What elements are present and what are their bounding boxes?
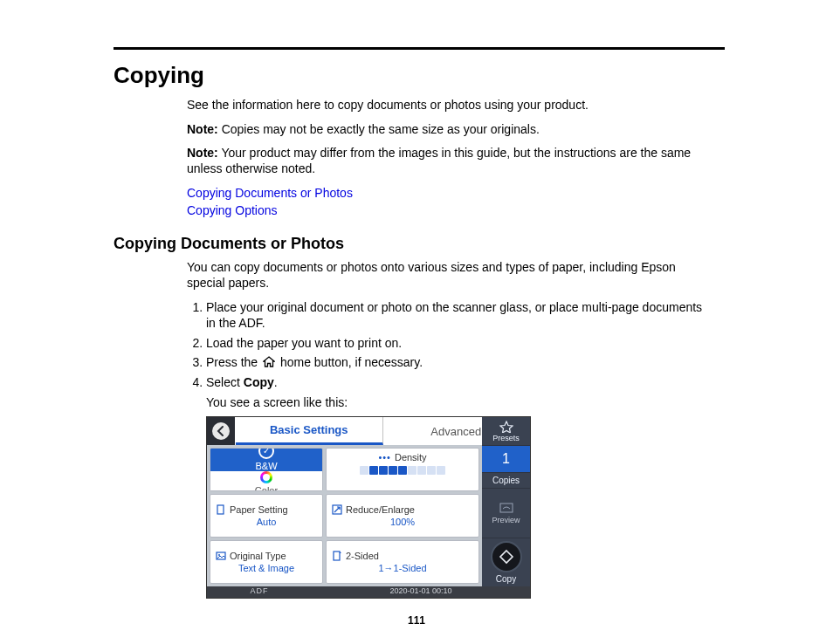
density-dots-icon: ••• bbox=[378, 452, 391, 462]
step-4: Select Copy. bbox=[206, 374, 711, 390]
preview-icon bbox=[499, 502, 514, 514]
star-icon bbox=[499, 421, 513, 433]
orig-value: Text & Image bbox=[216, 563, 317, 573]
printer-screen: Basic Settings Advanced Presets 1 Copies… bbox=[206, 416, 531, 599]
back-button[interactable] bbox=[207, 417, 236, 445]
resize-icon bbox=[332, 504, 342, 515]
note-2-label: Note: bbox=[187, 146, 218, 160]
tile-density[interactable]: ••• Density bbox=[326, 448, 479, 491]
home-icon bbox=[263, 355, 275, 371]
section-heading: Copying Documents or Photos bbox=[114, 235, 737, 253]
image-icon bbox=[216, 551, 226, 561]
step-4-copy-word: Copy bbox=[244, 375, 274, 389]
section-intro: You can copy documents or photos onto va… bbox=[187, 260, 711, 291]
steps-list: Place your original document or photo on… bbox=[187, 299, 711, 390]
copy-label: Copy bbox=[496, 574, 516, 584]
preview-button[interactable]: Preview bbox=[482, 489, 530, 538]
step-3-text-b: home button, if necessary. bbox=[280, 355, 423, 369]
paper-value: Auto bbox=[216, 517, 317, 527]
color-label: Color bbox=[255, 485, 278, 491]
reduce-title: Reduce/Enlarge bbox=[346, 504, 415, 515]
step-4-text-a: Select bbox=[206, 375, 244, 389]
paper-title: Paper Setting bbox=[230, 504, 288, 515]
option-bw[interactable]: B&W bbox=[210, 448, 322, 471]
back-arrow-icon bbox=[211, 421, 231, 441]
step-1: Place your original document or photo on… bbox=[206, 299, 711, 331]
density-slider[interactable] bbox=[360, 466, 445, 475]
page-title: Copying bbox=[114, 62, 737, 89]
right-panel: Presets 1 Copies Preview bbox=[482, 417, 530, 586]
intro-paragraph: See the information here to copy documen… bbox=[187, 98, 711, 113]
step-4-text-c: . bbox=[274, 375, 278, 389]
presets-label: Presets bbox=[492, 434, 520, 442]
status-timestamp: 2020-01-01 00:10 bbox=[312, 586, 530, 598]
density-title: Density bbox=[395, 452, 427, 462]
copy-button[interactable]: Copy bbox=[482, 538, 530, 586]
note-2: Note: Your product may differ from the i… bbox=[187, 146, 711, 176]
link-copying-options[interactable]: Copying Options bbox=[187, 202, 711, 220]
tile-paper-setting[interactable]: Paper Setting Auto bbox=[210, 494, 323, 538]
note-1-label: Note: bbox=[187, 122, 218, 136]
copies-value[interactable]: 1 bbox=[482, 446, 530, 473]
after-step-4-text: You see a screen like this: bbox=[206, 395, 711, 409]
tab-basic-settings[interactable]: Basic Settings bbox=[236, 417, 383, 445]
svg-rect-2 bbox=[217, 505, 224, 514]
page-number: 111 bbox=[0, 614, 833, 627]
two-sided-icon bbox=[332, 551, 342, 561]
twos-title: 2-Sided bbox=[346, 551, 379, 561]
step-3: Press the home button, if necessary. bbox=[206, 354, 711, 371]
svg-point-0 bbox=[212, 422, 230, 440]
status-adf: ADF bbox=[207, 586, 312, 598]
svg-rect-6 bbox=[334, 552, 340, 560]
tile-reduce-enlarge[interactable]: Reduce/Enlarge 100% bbox=[326, 494, 479, 538]
preview-label: Preview bbox=[492, 516, 520, 524]
paper-icon bbox=[216, 504, 226, 515]
tile-color-mode[interactable]: B&W Color bbox=[210, 448, 323, 491]
orig-title: Original Type bbox=[230, 551, 286, 561]
svg-rect-1 bbox=[500, 504, 513, 512]
status-bar: ADF 2020-01-01 00:10 bbox=[207, 586, 530, 598]
step-3-text-a: Press the bbox=[206, 355, 261, 369]
note-1: Note: Copies may not be exactly the same… bbox=[187, 122, 711, 138]
tile-two-sided[interactable]: 2-Sided 1→1-Sided bbox=[326, 540, 479, 584]
bw-label: B&W bbox=[255, 461, 277, 471]
reduce-value: 100% bbox=[332, 517, 473, 527]
note-2-text: Your product may differ from the images … bbox=[187, 146, 691, 175]
option-color[interactable]: Color bbox=[210, 471, 322, 491]
check-icon bbox=[258, 448, 274, 459]
tile-original-type[interactable]: Original Type Text & Image bbox=[210, 540, 323, 584]
presets-button[interactable]: Presets bbox=[482, 417, 530, 446]
color-wheel-icon bbox=[260, 471, 272, 483]
link-copying-documents[interactable]: Copying Documents or Photos bbox=[187, 185, 711, 202]
twos-value: 1→1-Sided bbox=[332, 563, 473, 573]
note-1-text: Copies may not be exactly the same size … bbox=[218, 122, 540, 136]
copies-label: Copies bbox=[482, 473, 530, 489]
diamond-start-icon bbox=[498, 548, 515, 565]
step-2: Load the paper you want to print on. bbox=[206, 335, 711, 351]
